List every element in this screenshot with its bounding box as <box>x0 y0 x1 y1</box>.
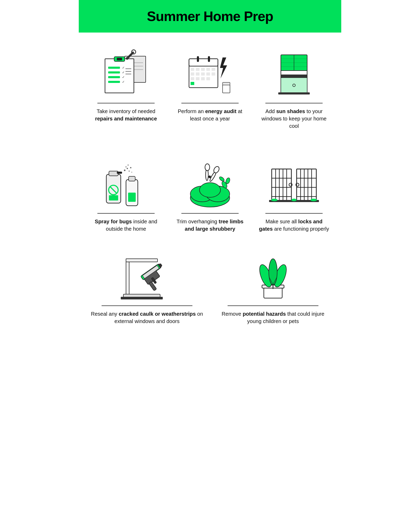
card-repairs: ✓ ✓ ✓ ✓ Take inventory of needed <box>84 43 168 138</box>
svg-rect-11 <box>108 76 120 78</box>
svg-rect-9 <box>108 71 120 73</box>
svg-rect-34 <box>206 72 210 76</box>
svg-point-65 <box>130 167 132 168</box>
svg-rect-6 <box>117 58 122 60</box>
svg-point-81 <box>205 164 210 171</box>
svg-point-63 <box>129 171 130 172</box>
svg-rect-37 <box>196 77 200 80</box>
hazards-text: Remove potential hazards that could inju… <box>216 310 330 325</box>
card-caulk: Reseal any cracked caulk or weatherstrip… <box>84 246 210 333</box>
mid-grid: Spray for bugs inside and outside the ho… <box>79 143 341 246</box>
svg-rect-31 <box>191 72 194 76</box>
svg-point-104 <box>311 199 317 201</box>
page-title: Summer Home Prep <box>89 8 331 24</box>
svg-rect-13 <box>108 81 120 83</box>
caulk-text: Reseal any cracked caulk or weatherstrip… <box>90 310 204 325</box>
top-grid: ✓ ✓ ✓ ✓ Take inventory of needed <box>79 33 341 143</box>
svg-rect-83 <box>272 169 291 200</box>
card-sunshades: Add sun shades to your windows to keep y… <box>252 43 336 138</box>
card-hazards: Remove potential hazards that could inju… <box>210 246 336 333</box>
locks-divider <box>265 213 323 214</box>
tree-divider <box>181 213 239 214</box>
svg-rect-48 <box>278 92 310 94</box>
sunshades-divider <box>265 103 323 103</box>
svg-rect-108 <box>121 297 163 299</box>
energy-icon <box>174 48 246 101</box>
svg-rect-43 <box>223 85 230 93</box>
svg-point-119 <box>269 259 277 285</box>
caulk-divider <box>102 305 192 306</box>
svg-point-66 <box>128 165 129 166</box>
bottom-grid: Reseal any cracked caulk or weatherstrip… <box>79 246 341 343</box>
card-energy: Perform an energy audit at least once a … <box>168 43 252 138</box>
svg-rect-32 <box>196 72 200 76</box>
svg-rect-24 <box>208 56 210 62</box>
svg-rect-28 <box>201 68 205 71</box>
svg-marker-41 <box>220 57 227 78</box>
svg-rect-33 <box>201 72 205 76</box>
locks-icon <box>258 159 330 211</box>
svg-rect-23 <box>197 56 199 62</box>
svg-point-103 <box>291 199 297 201</box>
svg-point-77 <box>219 176 225 182</box>
tree-icon <box>174 159 246 211</box>
caulk-icon <box>90 251 204 303</box>
svg-rect-70 <box>128 193 136 202</box>
svg-rect-56 <box>109 171 118 176</box>
svg-rect-47 <box>281 78 307 93</box>
svg-rect-40 <box>191 82 194 85</box>
svg-text:✓: ✓ <box>122 66 125 70</box>
svg-point-64 <box>125 166 127 167</box>
card-bugs: Spray for bugs inside and outside the ho… <box>84 153 168 240</box>
svg-rect-35 <box>212 72 215 76</box>
svg-rect-30 <box>212 68 215 71</box>
tree-text: Trim overhanging tree limbs and large sh… <box>174 218 246 233</box>
energy-text: Perform an energy audit at least once a … <box>174 108 246 122</box>
locks-text: Make sure all locks and gates are functi… <box>258 218 330 233</box>
svg-rect-57 <box>117 172 122 174</box>
svg-rect-27 <box>196 68 200 71</box>
bugs-divider <box>97 213 155 214</box>
sunshades-icon <box>258 48 330 101</box>
svg-rect-7 <box>108 67 120 69</box>
svg-point-74 <box>200 183 220 197</box>
svg-rect-4 <box>105 59 134 93</box>
svg-point-62 <box>127 168 128 169</box>
sunshades-text: Add sun shades to your windows to keep y… <box>258 108 330 130</box>
repairs-text: Take inventory of needed repairs and mai… <box>90 108 162 122</box>
svg-text:✓: ✓ <box>122 75 125 79</box>
svg-rect-39 <box>206 77 210 80</box>
bugs-text: Spray for bugs inside and outside the ho… <box>90 218 162 233</box>
svg-rect-26 <box>191 68 194 71</box>
repairs-divider <box>97 103 155 103</box>
card-locks: Make sure all locks and gates are functi… <box>252 153 336 240</box>
page-header: Summer Home Prep <box>79 0 341 33</box>
svg-rect-105 <box>126 259 129 295</box>
svg-rect-106 <box>126 259 158 262</box>
svg-rect-22 <box>189 59 218 66</box>
svg-rect-92 <box>297 169 316 200</box>
svg-rect-46 <box>281 75 307 78</box>
card-tree: Trim overhanging tree limbs and large sh… <box>168 153 252 240</box>
svg-text:✓: ✓ <box>122 80 125 84</box>
svg-rect-36 <box>191 77 194 80</box>
energy-divider <box>181 103 239 103</box>
svg-rect-38 <box>201 77 205 80</box>
bugs-icon <box>90 159 162 211</box>
svg-text:✓: ✓ <box>122 71 125 74</box>
hazards-icon <box>216 251 330 303</box>
hazards-divider <box>228 305 318 306</box>
svg-rect-29 <box>206 68 210 71</box>
svg-point-102 <box>271 199 277 201</box>
repairs-icon: ✓ ✓ ✓ ✓ <box>90 48 162 101</box>
svg-rect-69 <box>129 176 135 181</box>
svg-rect-60 <box>109 195 118 200</box>
svg-point-61 <box>124 170 125 171</box>
svg-point-67 <box>132 172 132 173</box>
